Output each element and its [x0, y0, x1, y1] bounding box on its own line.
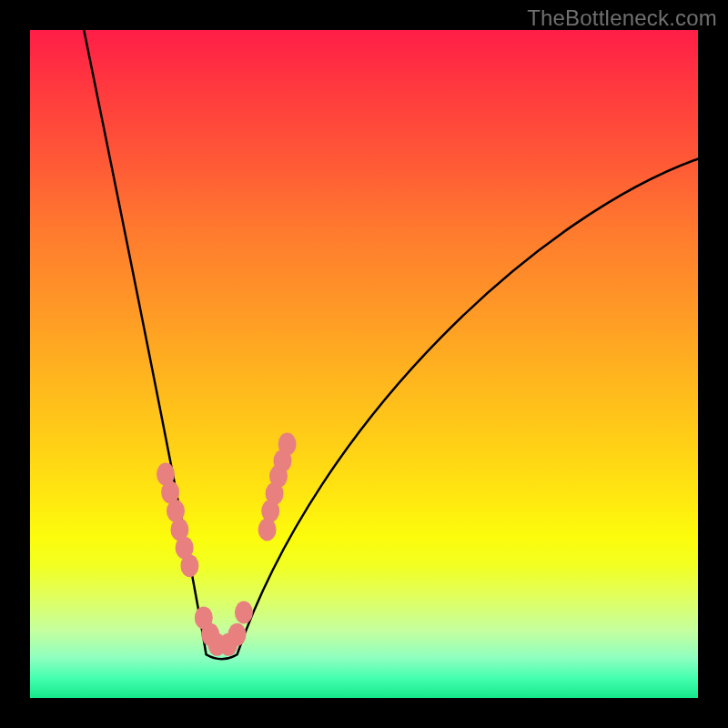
curve-path — [83, 30, 698, 659]
plot-area — [30, 30, 698, 698]
marker-dot — [278, 433, 297, 456]
curve-markers — [157, 433, 297, 656]
watermark-text: TheBottleneck.com — [527, 5, 717, 31]
marker-dot — [180, 554, 198, 577]
bottleneck-curve — [30, 30, 698, 698]
marker-dot — [228, 623, 247, 646]
marker-dot — [235, 602, 253, 624]
chart-frame: TheBottleneck.com — [0, 0, 728, 728]
